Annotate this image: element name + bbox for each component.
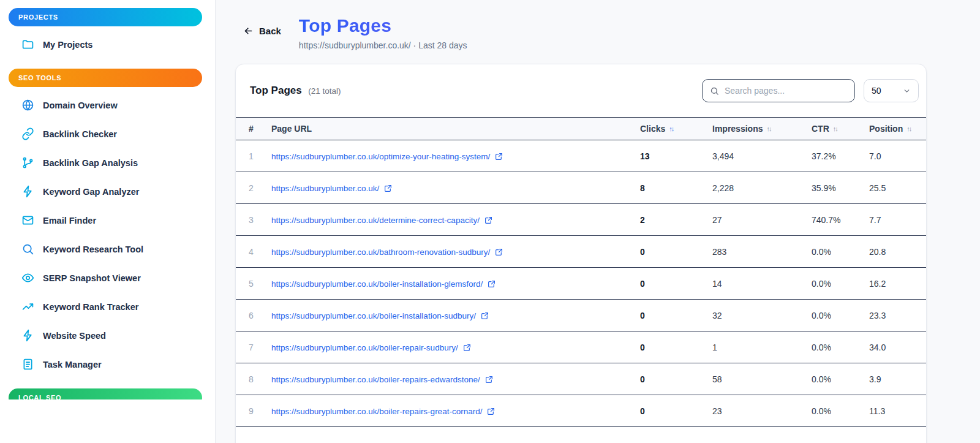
- sidebar-item-keyword-research-tool[interactable]: Keyword Research Tool: [9, 235, 215, 263]
- column-header-page-url: Page URL: [271, 124, 640, 134]
- sidebar-item-my-projects[interactable]: My Projects: [9, 30, 215, 59]
- ctr-value: 0.0%: [812, 311, 869, 320]
- page-url-text: https://sudburyplumber.co.uk/boiler-repa…: [271, 375, 480, 384]
- sidebar-item-task-manager[interactable]: Task Manager: [9, 350, 215, 379]
- sidebar-item-backlink-checker[interactable]: Backlink Checker: [9, 119, 215, 148]
- external-link-icon[interactable]: [488, 280, 496, 288]
- column-label: CTR: [812, 124, 829, 134]
- page-url-cell: https://sudburyplumber.co.uk/boiler-repa…: [271, 374, 640, 384]
- page-url-link[interactable]: https://sudburyplumber.co.uk/boiler-inst…: [271, 279, 496, 289]
- sort-icon: ↑↓: [907, 125, 911, 132]
- external-link-icon[interactable]: [495, 153, 503, 161]
- ctr-value: 37.2%: [812, 151, 869, 161]
- page-url-cell: https://sudburyplumber.co.uk/bathroom-re…: [271, 247, 640, 257]
- impressions-value: 23: [712, 406, 812, 416]
- search-pages-input[interactable]: [725, 86, 847, 96]
- panel-total-count: (21 total): [308, 86, 341, 96]
- row-number: 6: [246, 311, 271, 320]
- table-row: 8 https://sudburyplumber.co.uk/boiler-re…: [236, 363, 926, 395]
- position-value: 20.8: [869, 247, 926, 257]
- page-url-link[interactable]: https://sudburyplumber.co.uk/optimize-yo…: [271, 152, 503, 161]
- panel-heading: Top Pages (21 total): [250, 85, 341, 97]
- page-url-text: https://sudburyplumber.co.uk/boiler-inst…: [271, 311, 476, 320]
- ctr-value: 0.0%: [812, 247, 869, 257]
- page-url-link[interactable]: https://sudburyplumber.co.uk/boiler-repa…: [271, 375, 493, 384]
- main-content: Back Top Pages https://sudburyplumber.co…: [216, 0, 980, 443]
- lightning-icon: [21, 185, 34, 198]
- clicks-value: 13: [640, 151, 712, 161]
- back-button[interactable]: Back: [243, 26, 281, 36]
- sidebar-item-backlink-gap-analysis[interactable]: Backlink Gap Analysis: [9, 148, 215, 177]
- impressions-value: 3,494: [712, 151, 812, 161]
- app: { "sidebar": { "sections": [ { "label": …: [0, 0, 980, 443]
- column-header-position[interactable]: Position ↑↓: [869, 124, 926, 134]
- sidebar-item-keyword-rank-tracker[interactable]: Keyword Rank Tracker: [9, 292, 215, 321]
- clicks-value: 0: [640, 247, 712, 257]
- section-header-projects: PROJECTS: [9, 8, 202, 26]
- external-link-icon[interactable]: [481, 312, 489, 320]
- table-header: # Page URL Clicks ↑↓ Impressions ↑↓ CTR …: [236, 117, 926, 140]
- page-url-cell: https://sudburyplumber.co.uk/boiler-inst…: [271, 279, 640, 289]
- table-row: 1 https://sudburyplumber.co.uk/optimize-…: [236, 140, 926, 172]
- search-box[interactable]: [702, 79, 855, 102]
- row-number: 8: [246, 374, 271, 384]
- page-url-link[interactable]: https://sudburyplumber.co.uk/boiler-repa…: [271, 343, 471, 352]
- search-icon: [21, 243, 34, 256]
- table-body: 1 https://sudburyplumber.co.uk/optimize-…: [236, 140, 926, 427]
- page-url-text: https://sudburyplumber.co.uk/bathroom-re…: [271, 248, 490, 257]
- page-url-link[interactable]: https://sudburyplumber.co.uk/: [271, 184, 392, 193]
- table-row: 9 https://sudburyplumber.co.uk/boiler-re…: [236, 395, 926, 427]
- sidebar-item-label: Backlink Gap Analysis: [43, 158, 138, 168]
- row-number: 3: [246, 215, 271, 225]
- sidebar-item-keyword-gap-analyzer[interactable]: Keyword Gap Analyzer: [9, 177, 215, 206]
- sidebar-item-serp-snapshot-viewer[interactable]: SERP Snapshot Viewer: [9, 263, 215, 292]
- column-header-clicks[interactable]: Clicks ↑↓: [640, 124, 712, 134]
- table-row: 7 https://sudburyplumber.co.uk/boiler-re…: [236, 331, 926, 363]
- eye-icon: [21, 271, 34, 284]
- page-url-cell: https://sudburyplumber.co.uk/: [271, 183, 640, 193]
- external-link-icon[interactable]: [484, 216, 492, 224]
- sidebar-item-label: My Projects: [43, 40, 92, 50]
- page-url-cell: https://sudburyplumber.co.uk/boiler-repa…: [271, 406, 640, 416]
- sidebar-item-label: Domain Overview: [43, 100, 118, 110]
- column-label: #: [249, 124, 254, 134]
- external-link-icon[interactable]: [495, 248, 503, 256]
- column-label: Clicks: [640, 124, 665, 134]
- arrow-left-icon: [243, 26, 254, 36]
- page-size-select[interactable]: 50: [864, 79, 919, 102]
- page-subtitle: https://sudburyplumber.co.uk/ · Last 28 …: [299, 40, 467, 50]
- page-url-link[interactable]: https://sudburyplumber.co.uk/boiler-repa…: [271, 407, 495, 416]
- section-label: PROJECTS: [18, 13, 58, 21]
- column-header-ctr[interactable]: CTR ↑↓: [812, 124, 869, 134]
- page-url-link[interactable]: https://sudburyplumber.co.uk/determine-c…: [271, 216, 492, 225]
- page-header: Back Top Pages https://sudburyplumber.co…: [243, 15, 467, 50]
- page-url-link[interactable]: https://sudburyplumber.co.uk/bathroom-re…: [271, 248, 503, 257]
- sidebar-item-label: Keyword Research Tool: [43, 244, 143, 254]
- external-link-icon[interactable]: [384, 184, 392, 192]
- external-link-icon[interactable]: [485, 376, 493, 384]
- column-header-impressions[interactable]: Impressions ↑↓: [712, 124, 812, 134]
- impressions-value: 32: [712, 311, 812, 320]
- external-link-icon[interactable]: [487, 407, 495, 415]
- sidebar-item-domain-overview[interactable]: Domain Overview: [9, 91, 215, 119]
- column-label: Position: [869, 124, 903, 134]
- column-label: Impressions: [712, 124, 763, 134]
- sidebar-section-seo-tools: SEO TOOLS Domain Overview Backlink Check…: [9, 69, 215, 379]
- sidebar-item-email-finder[interactable]: Email Finder: [9, 206, 215, 235]
- page-url-cell: https://sudburyplumber.co.uk/boiler-inst…: [271, 311, 640, 320]
- sidebar-item-label: Keyword Rank Tracker: [43, 302, 138, 312]
- impressions-value: 27: [712, 215, 812, 225]
- position-value: 11.3: [869, 406, 926, 416]
- globe-icon: [21, 99, 34, 112]
- external-link-icon[interactable]: [463, 344, 471, 352]
- toolbar-controls: 50: [702, 79, 919, 102]
- sidebar-item-website-speed[interactable]: Website Speed: [9, 321, 215, 350]
- folder-icon: [21, 38, 34, 51]
- link-icon: [21, 127, 34, 140]
- page-url-link[interactable]: https://sudburyplumber.co.uk/boiler-inst…: [271, 311, 489, 320]
- row-number: 5: [246, 279, 271, 289]
- position-value: 3.9: [869, 374, 926, 384]
- position-value: 25.5: [869, 183, 926, 193]
- sidebar-scroll[interactable]: PROJECTS My Projects SEO TOOLS Domain Ov…: [0, 0, 215, 399]
- impressions-value: 283: [712, 247, 812, 257]
